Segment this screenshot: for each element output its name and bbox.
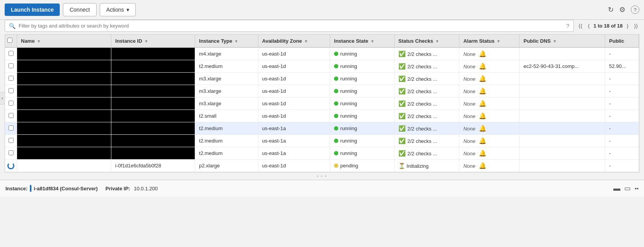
pagination-prev-button[interactable]: ⟨ (586, 22, 591, 30)
actions-button[interactable]: Actions ▾ (100, 3, 136, 16)
row-checkbox[interactable] (9, 88, 14, 93)
checks-label: 2/2 checks ... (407, 126, 437, 132)
row-instance-id (111, 135, 195, 147)
table-row: m3.xlargeus-east-1drunning✅ 2/2 checks .… (5, 73, 639, 85)
row-name (17, 147, 111, 160)
alarm-bell-icon[interactable]: 🔔 (479, 63, 486, 70)
select-all-checkbox[interactable] (7, 38, 12, 43)
row-checkbox-cell (5, 160, 17, 172)
search-help-icon[interactable]: ? (566, 23, 570, 29)
row-instance-id (111, 110, 195, 122)
pagination-last-button[interactable]: ⟩⟩ (632, 22, 639, 30)
alarm-bell-icon[interactable]: 🔔 (479, 75, 486, 82)
search-wrapper: 🔍 ? (5, 20, 574, 32)
header-status-checks[interactable]: Status Checks ▾ (394, 35, 459, 47)
row-public-dns: ec2-52-90-43-31.comp... (519, 60, 605, 73)
header-instance-type[interactable]: Instance Type ▾ (195, 35, 258, 47)
alarm-bell-icon[interactable]: 🔔 (479, 50, 486, 57)
row-az: us-east-1d (258, 85, 330, 97)
scroll-hint: • • • (0, 172, 644, 180)
alarm-bell-icon[interactable]: 🔔 (479, 100, 486, 107)
header-name[interactable]: Name ▾ (17, 35, 111, 47)
row-instance-type: m3.xlarge (195, 73, 258, 85)
row-instance-id (111, 122, 195, 135)
alarm-bell-icon[interactable]: 🔔 (479, 113, 486, 119)
view-icon-3[interactable]: ▪▪ (635, 185, 639, 191)
alarm-none-label: None (463, 126, 475, 132)
checks-label: 2/2 checks ... (407, 101, 437, 107)
row-public-dns (519, 110, 605, 122)
connect-button[interactable]: Connect (63, 3, 96, 16)
row-checkbox-cell (5, 47, 17, 60)
row-alarm-status: None🔔 (459, 160, 519, 172)
green-dot-icon (334, 52, 338, 56)
row-status-checks: ✅ 2/2 checks ... (394, 97, 459, 110)
green-dot-icon (334, 139, 338, 143)
row-checkbox[interactable] (9, 101, 14, 106)
instance-id-value: i-a81df834 (Consul-Server) (34, 186, 98, 191)
row-status-checks: ✅ 2/2 checks ... (394, 135, 459, 147)
row-checkbox[interactable] (9, 113, 14, 118)
settings-icon[interactable]: ⚙ (619, 5, 625, 14)
row-checkbox[interactable] (9, 76, 14, 81)
row-instance-type: m3.xlarge (195, 97, 258, 110)
help-icon[interactable]: ? (631, 5, 639, 14)
row-status-checks: ✅ 2/2 checks ... (394, 85, 459, 97)
header-public-ip[interactable]: Public (605, 35, 639, 47)
view-icon-1[interactable]: ▬ (613, 184, 620, 193)
bottom-right-icons: ▬ ▭ ▪▪ (613, 184, 639, 193)
row-checkbox[interactable] (9, 63, 14, 68)
header-checkbox[interactable] (5, 35, 17, 47)
alarm-bell-icon[interactable]: 🔔 (479, 150, 486, 157)
row-public-dns (519, 160, 605, 172)
green-dot-icon (334, 77, 338, 81)
row-status-checks: ✅ 2/2 checks ... (394, 110, 459, 122)
row-az: us-east-1d (258, 97, 330, 110)
view-icon-2[interactable]: ▭ (624, 184, 631, 193)
row-az: us-east-1a (258, 122, 330, 135)
loading-spinner (7, 162, 14, 169)
header-instance-id[interactable]: Instance ID ▾ (111, 35, 195, 47)
alarm-none-label: None (463, 151, 475, 157)
row-instance-state: pending (330, 160, 395, 172)
row-name (17, 160, 111, 172)
row-public-ip: - (605, 73, 639, 85)
bottom-bar: Instance: i-a81df834 (Consul-Server) Pri… (0, 180, 644, 197)
row-instance-id (111, 97, 195, 110)
pagination-next-button[interactable]: ⟩ (625, 22, 630, 30)
alarm-bell-icon[interactable]: 🔔 (479, 137, 486, 144)
row-instance-id (111, 47, 195, 60)
launch-instance-button[interactable]: Launch Instance (5, 3, 60, 16)
check-icon: ✅ (398, 137, 407, 144)
row-name (17, 110, 111, 122)
green-dot-icon (334, 126, 338, 130)
search-input[interactable] (19, 23, 563, 29)
green-dot-icon (334, 151, 338, 155)
header-az[interactable]: Availability Zone ▾ (258, 35, 330, 47)
refresh-icon[interactable]: ↻ (608, 5, 614, 14)
row-instance-type: m3.xlarge (195, 85, 258, 97)
state-label: running (340, 150, 357, 156)
row-instance-state: running (330, 135, 395, 147)
checks-label: 2/2 checks ... (407, 151, 437, 157)
row-checkbox[interactable] (9, 51, 14, 56)
pagination-first-button[interactable]: ⟨⟨ (577, 22, 584, 30)
instances-table-container: Name ▾ Instance ID ▾ Instance Type ▾ Ava… (5, 34, 639, 172)
alarm-bell-icon[interactable]: 🔔 (479, 162, 486, 169)
alarm-none-label: None (463, 89, 475, 94)
row-public-dns (519, 122, 605, 135)
state-label: running (340, 113, 357, 119)
sidebar-toggle[interactable]: ‹ (0, 92, 5, 104)
row-checkbox[interactable] (9, 150, 14, 155)
alarm-bell-icon[interactable]: 🔔 (479, 88, 486, 94)
alarm-bell-icon[interactable]: 🔔 (479, 125, 486, 132)
row-checkbox[interactable] (9, 138, 14, 143)
row-instance-state: running (330, 122, 395, 135)
header-alarm-status[interactable]: Alarm Status ▾ (459, 35, 519, 47)
header-instance-state[interactable]: Instance State ▾ (330, 35, 395, 47)
header-public-dns[interactable]: Public DNS ▾ (519, 35, 605, 47)
row-checkbox[interactable] (9, 125, 14, 130)
instance-info: Instance: i-a81df834 (Consul-Server) (5, 185, 98, 192)
table-row: t2.mediumus-east-1arunning✅ 2/2 checks .… (5, 147, 639, 160)
checks-label: 2/2 checks ... (407, 51, 437, 57)
